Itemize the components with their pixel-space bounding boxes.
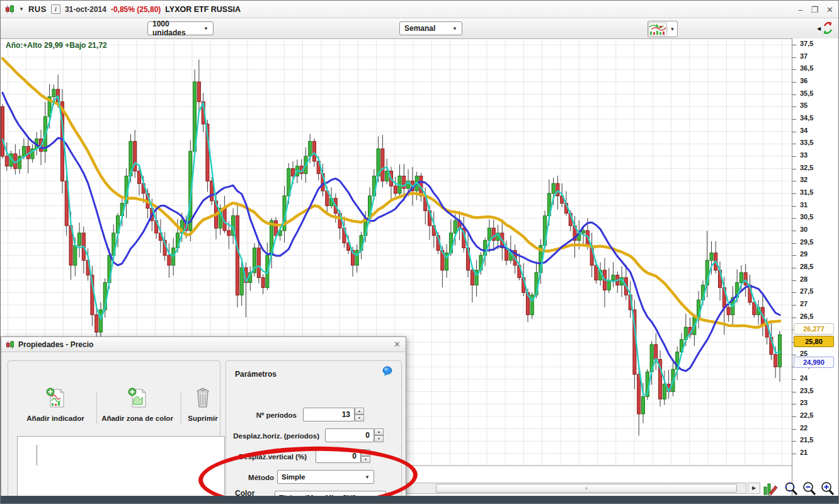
help-balloon-icon[interactable] <box>382 366 392 379</box>
symbol-label: RUS <box>28 4 47 14</box>
horizontal-scrollbar[interactable]: ≡ <box>406 483 746 494</box>
y-axis-tick <box>792 144 796 144</box>
y-axis-tick-label: 37 <box>800 52 808 60</box>
y-axis-tick-label: 23 <box>800 399 808 406</box>
y-axis-tick-label: 30 <box>800 226 808 233</box>
candle <box>667 370 670 399</box>
y-axis-tick <box>792 132 796 132</box>
candle <box>1 104 4 159</box>
quote-change: -0,85% (25,80) <box>111 5 161 14</box>
y-axis-tick <box>792 404 796 404</box>
period-combobox[interactable]: Semanal ▼ <box>399 21 462 35</box>
candle <box>659 350 662 406</box>
y-axis-tick-label: 22 <box>800 424 808 432</box>
last-price: 25,80 <box>794 336 834 347</box>
y-axis-tick <box>792 441 796 442</box>
scrollbar-thumb[interactable]: ≡ <box>436 484 737 493</box>
candle <box>249 266 252 291</box>
y-axis-tick-label: 34 <box>800 127 808 134</box>
candle <box>31 144 34 163</box>
dialog-title: Propiedades - Precio <box>18 340 93 349</box>
ma30-last-value: 26,277 <box>794 323 834 335</box>
y-axis-tick <box>792 57 796 58</box>
y-axis-tick <box>792 231 796 231</box>
candle <box>445 244 448 278</box>
zoom-fit-button[interactable] <box>783 481 799 497</box>
candle <box>381 135 384 187</box>
y-axis-tick <box>792 429 796 430</box>
candle <box>253 243 256 276</box>
candle <box>779 331 782 382</box>
candle <box>261 274 265 294</box>
y-axis-tick <box>792 318 796 318</box>
year-high-low-annotation: Año:+Alto 29,99 +Bajo 21,72 <box>6 41 107 50</box>
candle <box>530 292 534 319</box>
y-axis-tick-label: 33,5 <box>800 139 813 146</box>
y-axis-tick <box>792 243 796 244</box>
candle <box>223 196 226 233</box>
units-combobox[interactable]: 1000 unidades ▼ <box>147 21 214 35</box>
candle <box>757 300 760 325</box>
candle <box>590 232 593 277</box>
candle <box>693 314 696 346</box>
y-axis-tick-label: 35 <box>800 101 808 109</box>
y-axis-tick-label: 36,5 <box>800 64 813 72</box>
candle <box>14 144 17 175</box>
y-axis-tick <box>792 94 796 95</box>
chart-type-button[interactable]: ▼ <box>648 21 678 37</box>
window-titlebar: ▼ RUS i 31-oct-2014 -0,85% (25,80) LYXOR… <box>1 1 838 18</box>
add-indicator-button[interactable]: Añadir indicador <box>18 387 93 422</box>
periods-spinner[interactable]: ▲▼ <box>355 408 364 421</box>
maximize-button[interactable]: ❐ <box>811 5 818 14</box>
candle <box>18 149 21 174</box>
scrollbar-right-arrow[interactable]: ▶ <box>748 483 760 494</box>
chevron-down-icon[interactable]: ▼ <box>667 26 677 32</box>
y-axis-tick <box>792 106 796 107</box>
y-axis-tick-label: 29 <box>800 250 808 258</box>
y-axis-tick-label: 32 <box>800 176 808 183</box>
candle <box>134 130 137 178</box>
y-axis-tick-label: 29,5 <box>800 238 813 246</box>
minimize-button[interactable]: – <box>798 5 802 14</box>
red-green-refresh-icon <box>821 21 835 36</box>
y-axis-tick-label: 36 <box>800 77 808 84</box>
symbol-dropdown-icon[interactable]: ▼ <box>19 6 24 12</box>
y-axis-tick-label: 32,5 <box>800 164 813 171</box>
edit-chart-icon <box>763 481 778 497</box>
candle <box>714 241 717 273</box>
quote-date: 31-oct-2014 <box>65 5 106 14</box>
horiz-offset-spinner[interactable]: ▲▼ <box>374 428 384 442</box>
trash-icon <box>195 387 211 410</box>
y-axis-tick-label: 34,5 <box>800 114 813 122</box>
y-axis-tick-label: 37,5 <box>800 40 813 47</box>
period-value: Semanal <box>404 24 435 33</box>
y-axis-tick-label: 33 <box>800 151 808 159</box>
candlestick-app-icon <box>5 4 14 14</box>
horiz-offset-input[interactable]: 0 <box>325 428 374 442</box>
y-axis-tick-label: 22,5 <box>800 411 813 419</box>
dialog-close-button[interactable]: ✕ <box>394 340 401 349</box>
candle <box>398 164 401 197</box>
y-axis-tick <box>792 255 796 256</box>
candle <box>257 243 260 284</box>
chevron-down-icon: ▼ <box>203 26 208 32</box>
zoom-in-button[interactable] <box>819 481 836 497</box>
price-axis[interactable]: 37,53736,53635,53534,53433,53332,53231,5… <box>792 38 839 504</box>
info-icon[interactable]: i <box>51 4 60 14</box>
dialog-titlebar[interactable]: Propiedades - Precio ✕ <box>1 337 406 352</box>
y-axis-tick-label: 31,5 <box>800 188 813 196</box>
candle <box>616 272 619 293</box>
close-button[interactable]: ✕ <box>826 5 833 14</box>
chevron-down-icon: ▼ <box>452 26 457 32</box>
indicator-tree[interactable] <box>17 436 225 504</box>
ma13-last-value: 24,990 <box>794 357 834 368</box>
zoom-out-button[interactable] <box>801 481 818 497</box>
periods-input[interactable]: 13 <box>303 408 355 421</box>
add-indicator-icon <box>45 387 66 410</box>
y-axis-tick-label: 35,5 <box>800 89 813 97</box>
edit-chart-button[interactable] <box>763 481 779 497</box>
link-symbol-button[interactable]: ◀ <box>817 20 836 37</box>
candle <box>390 167 393 200</box>
y-axis-tick <box>792 82 796 83</box>
bottom-tab-strip[interactable] <box>1 496 838 504</box>
